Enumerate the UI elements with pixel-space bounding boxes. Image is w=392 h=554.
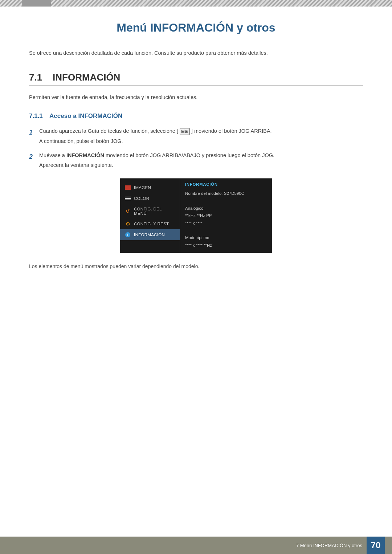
bottom-bar: 7 Menú INFORMACIÓN y otros 70 — [0, 537, 392, 554]
info-icon: i — [124, 232, 131, 237]
info-res2: **** x **** **Hz — [185, 242, 267, 249]
menu-screenshot-wrapper: IMAGEN COLOR ↺ CONFIG. DEL ME — [29, 178, 363, 253]
top-strip-tab — [22, 0, 51, 7]
menu-item-config-menu: ↺ CONFIG. DEL MENÚ — [120, 204, 180, 218]
step-1-subline: A continuación, pulse el botón JOG. — [39, 137, 363, 145]
intro-text: Se ofrece una descripción detallada de c… — [29, 49, 363, 57]
step-1: 1 Cuando aparezca la Guía de teclas de f… — [29, 127, 363, 145]
info-res1: **** x **** — [185, 220, 267, 226]
steps-list: 1 Cuando aparezca la Guía de teclas de f… — [29, 127, 363, 169]
config-rest-icon: ⚙ — [124, 221, 131, 226]
config-menu-icon: ↺ — [124, 209, 131, 214]
top-decorative-strip — [0, 0, 392, 7]
page-content: Menú INFORMACIÓN y otros Se ofrece una d… — [0, 7, 392, 305]
menu-right-panel: INFORMACIÓN Nombre del modelo: S27D590C … — [180, 178, 272, 253]
menu-item-color: COLOR — [120, 193, 180, 204]
menu-item-config-menu-label: CONFIG. DEL MENÚ — [134, 207, 175, 216]
section-7-1-heading: 7.1 INFORMACIÓN — [29, 72, 363, 86]
color-icon — [124, 196, 131, 201]
menu-left-panel: IMAGEN COLOR ↺ CONFIG. DEL ME — [120, 178, 180, 253]
menu-item-config-rest-label: CONFIG. Y REST. — [134, 222, 170, 226]
step-1-kbd: ⊞⊞ — [180, 128, 190, 135]
info-blank1 — [185, 198, 267, 204]
section-7-1-description: Permiten ver la fuente de entrada, la fr… — [29, 93, 363, 102]
section-7-1-1-heading: 7.1.1 Acceso a INFORMACIÓN — [29, 112, 363, 120]
step-2-subline: Aparecerá la ventana siguiente. — [39, 161, 363, 169]
menu-screenshot: IMAGEN COLOR ↺ CONFIG. DEL ME — [120, 178, 272, 253]
page-number: 70 — [367, 537, 385, 554]
info-panel-header: INFORMACIÓN — [185, 182, 267, 186]
bottom-bar-text: 7 Menú INFORMACIÓN y otros — [296, 543, 362, 548]
info-modo-optimo: Modo óptimo — [185, 234, 267, 241]
menu-item-imagen: IMAGEN — [120, 182, 180, 193]
step-2-text-after: moviendo el botón JOG ARRIBA/ABAJO y pre… — [106, 152, 274, 158]
step-2-bold: INFORMACIÓN — [66, 152, 104, 158]
step-1-text-after: ] moviendo el botón JOG ARRIBA. — [191, 128, 272, 134]
menu-item-config-rest: ⚙ CONFIG. Y REST. — [120, 218, 180, 229]
step-2-content: Muévase a INFORMACIÓN moviendo el botón … — [39, 151, 363, 169]
step-2-text-before: Muévase a — [39, 152, 66, 158]
info-model: Nombre del modelo: S27D590C — [185, 190, 267, 197]
page-title: Menú INFORMACIÓN y otros — [29, 21, 363, 38]
menu-item-color-label: COLOR — [134, 196, 149, 201]
info-blank2 — [185, 227, 267, 234]
footer-note: Los elementos de menú mostrados pueden v… — [29, 263, 363, 269]
imagen-icon — [124, 185, 131, 190]
info-khz: **kHz **Hz PP — [185, 212, 267, 219]
step-1-text-before: Cuando aparezca la Guía de teclas de fun… — [39, 128, 178, 134]
step-1-content: Cuando aparezca la Guía de teclas de fun… — [39, 127, 363, 145]
menu-item-informacion-label: INFORMACIÓN — [134, 233, 165, 237]
menu-item-informacion: i INFORMACIÓN — [120, 229, 180, 240]
info-analogico: Analógico — [185, 205, 267, 212]
step-2-number: 2 — [29, 151, 39, 162]
step-2: 2 Muévase a INFORMACIÓN moviendo el botó… — [29, 151, 363, 169]
menu-item-imagen-label: IMAGEN — [134, 185, 151, 190]
step-1-number: 1 — [29, 127, 39, 138]
